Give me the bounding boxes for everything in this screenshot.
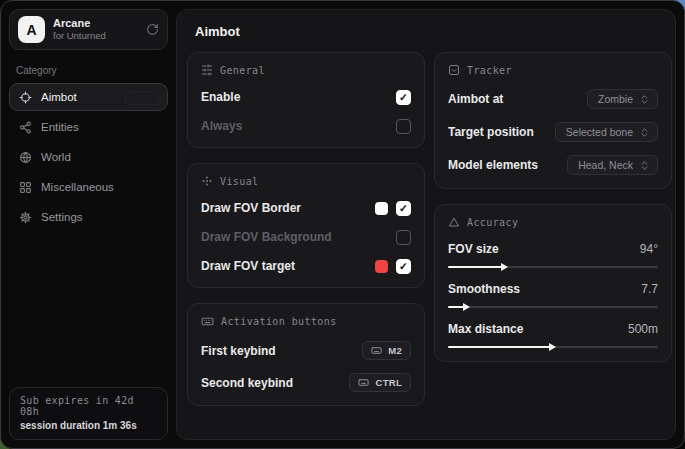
fov-background-checkbox[interactable] — [396, 230, 411, 245]
setting-label: Enable — [201, 90, 240, 104]
always-checkbox[interactable] — [396, 119, 411, 134]
keybind-value: M2 — [388, 345, 402, 356]
page-title: Aimbot — [195, 24, 669, 39]
smoothness-setting: Smoothness 7.7 — [448, 282, 658, 308]
setting-label: Draw FOV Background — [201, 230, 332, 244]
keybind-value: CTRL — [375, 377, 402, 388]
screen: A Arcane for Unturned Category Aimbot — [0, 0, 685, 449]
sidebar-item-label: Miscellaneous — [41, 181, 114, 193]
setting-label: Draw FOV target — [201, 259, 295, 273]
setting-label: First keybind — [201, 344, 276, 358]
keyboard-icon — [358, 377, 369, 388]
fov-border-color-swatch[interactable] — [375, 202, 388, 215]
first-keybind-button[interactable]: M2 — [362, 341, 411, 360]
setting-row-always: Always — [201, 118, 411, 134]
second-keybind-button[interactable]: CTRL — [349, 373, 411, 392]
grid-icon — [19, 181, 32, 194]
triangle-icon — [448, 216, 460, 228]
setting-label: Draw FOV Border — [201, 201, 301, 215]
sidebar-item-aimbot[interactable]: Aimbot — [9, 83, 168, 111]
slider-fill — [448, 346, 550, 348]
gear-icon — [19, 211, 32, 224]
setting-label: Max distance — [448, 322, 523, 336]
accuracy-header: Accuracy — [467, 217, 518, 228]
setting-label: Second keybind — [201, 376, 293, 390]
right-column: Tracker Aimbot at Zombie — [434, 52, 672, 362]
brand-logo: A — [18, 16, 45, 43]
visual-card: Visual Draw FOV Border ✓ Draw FOV Backgr… — [187, 163, 425, 288]
sidebar-item-entities[interactable]: Entities — [9, 113, 168, 141]
category-label: Category — [16, 65, 161, 76]
dots-icon — [201, 175, 213, 187]
entities-icon — [19, 121, 32, 134]
crosshair-icon — [19, 91, 32, 104]
keyboard-icon — [201, 315, 214, 328]
max-distance-setting: Max distance 500m — [448, 322, 658, 348]
setting-row-fov-border: Draw FOV Border ✓ — [201, 200, 411, 216]
setting-row-first-keybind: First keybind M2 — [201, 341, 411, 360]
square-chevron-icon — [448, 64, 460, 76]
brand-subtitle: for Unturned — [53, 30, 138, 42]
setting-row-target-position: Target position Selected bone — [448, 122, 658, 142]
fov-target-checkbox[interactable]: ✓ — [396, 259, 411, 274]
general-header: General — [220, 65, 265, 76]
setting-label: Target position — [448, 125, 534, 139]
fov-target-color-swatch[interactable] — [375, 260, 388, 273]
max-distance-value: 500m — [628, 322, 658, 336]
setting-label: Always — [201, 119, 242, 133]
slider-fill — [448, 266, 502, 268]
sub-expiry-text: Sub expires in 42d 08h — [20, 395, 157, 417]
subscription-status-card: Sub expires in 42d 08h session duration … — [9, 387, 168, 440]
general-card: General Enable ✓ Always — [187, 52, 425, 148]
sidebar-item-settings[interactable]: Settings — [9, 203, 168, 231]
slider-fill — [448, 306, 464, 308]
setting-label: FOV size — [448, 242, 499, 256]
globe-icon — [19, 151, 32, 164]
setting-row-enable: Enable ✓ — [201, 89, 411, 105]
tracker-header: Tracker — [467, 65, 512, 76]
select-value: Zombie — [598, 93, 633, 105]
brand-text: Arcane for Unturned — [53, 17, 138, 43]
session-duration-text: session duration 1m 36s — [20, 420, 157, 431]
fov-size-setting: FOV size 94° — [448, 242, 658, 268]
chevrons-up-down-icon — [639, 94, 650, 105]
select-value: Selected bone — [566, 126, 633, 138]
sidebar-item-label: Entities — [41, 121, 79, 133]
setting-label: Smoothness — [448, 282, 520, 296]
left-column: General Enable ✓ Always — [187, 52, 425, 406]
setting-row-fov-target: Draw FOV target ✓ — [201, 258, 411, 274]
max-distance-slider[interactable] — [448, 346, 658, 348]
fov-size-slider[interactable] — [448, 266, 658, 268]
setting-row-fov-background: Draw FOV Background — [201, 229, 411, 245]
setting-row-second-keybind: Second keybind CTRL — [201, 373, 411, 392]
sidebar-item-label: Settings — [41, 211, 83, 223]
sliders-icon — [201, 64, 213, 76]
smoothness-value: 7.7 — [641, 282, 658, 296]
main-panel: Aimbot General Enable ✓ — [176, 9, 676, 440]
chevrons-up-down-icon — [639, 160, 650, 171]
enable-checkbox[interactable]: ✓ — [396, 90, 411, 105]
aimbot-at-select[interactable]: Zombie — [587, 89, 658, 109]
arcane-window: A Arcane for Unturned Category Aimbot — [0, 0, 685, 449]
chevrons-up-down-icon — [639, 127, 650, 138]
activation-card: Activation buttons First keybind M2 — [187, 303, 425, 406]
sidebar-item-label: Aimbot — [41, 91, 77, 103]
visual-header: Visual — [220, 176, 259, 187]
target-position-select[interactable]: Selected bone — [555, 122, 658, 142]
model-elements-select[interactable]: Head, Neck — [567, 155, 658, 175]
setting-label: Model elements — [448, 158, 538, 172]
accuracy-card: Accuracy FOV size 94° — [434, 204, 672, 362]
fov-border-checkbox[interactable]: ✓ — [396, 201, 411, 216]
fov-size-value: 94° — [640, 242, 658, 256]
setting-row-model-elements: Model elements Head, Neck — [448, 155, 658, 175]
brand-title: Arcane — [53, 17, 138, 31]
setting-row-aimbot-at: Aimbot at Zombie — [448, 89, 658, 109]
activation-header: Activation buttons — [221, 316, 337, 327]
sidebar-item-miscellaneous[interactable]: Miscellaneous — [9, 173, 168, 201]
keyboard-icon — [371, 345, 382, 356]
smoothness-slider[interactable] — [448, 306, 658, 308]
refresh-icon[interactable] — [146, 23, 159, 36]
aimbot-keybind-hint — [125, 91, 159, 105]
sidebar-item-label: World — [41, 151, 71, 163]
sidebar-item-world[interactable]: World — [9, 143, 168, 171]
